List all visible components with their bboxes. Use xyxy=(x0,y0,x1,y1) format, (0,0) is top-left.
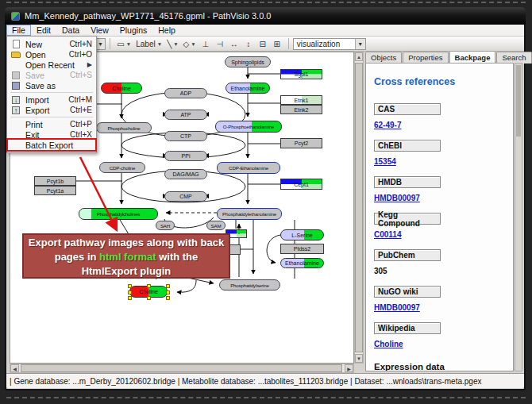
vscroll-thumb[interactable] xyxy=(355,63,363,352)
pisd-gene-node[interactable] xyxy=(229,244,241,255)
selection-handle[interactable] xyxy=(147,284,151,288)
node-adp[interactable]: ADP xyxy=(164,88,207,98)
scroll-left-icon[interactable]: ◀ xyxy=(10,364,19,372)
scroll-right-icon[interactable]: ▶ xyxy=(345,364,353,372)
node-cmp[interactable]: CMP xyxy=(164,191,207,202)
file-menu-item-save[interactable]: SaveCtrl+S xyxy=(8,70,95,80)
node-phosphatidylcholines[interactable]: Phosphatidylcholines xyxy=(79,208,158,220)
node-ppi[interactable]: PPi xyxy=(164,151,207,161)
status-bar: | Gene database: ...m_Derby_20120602.bri… xyxy=(6,373,524,388)
crossref-title: ChEBI xyxy=(374,140,441,152)
side-panel-tabs: ObjectsPropertiesBackpageSearchLegend xyxy=(365,52,532,63)
stack-horizontal-icon[interactable]: ⊞ xyxy=(270,37,284,50)
node-ptdss2[interactable]: Ptdss2 xyxy=(280,244,324,254)
selection-handle[interactable] xyxy=(166,290,170,294)
annotation-line1: Export pathway images along with back xyxy=(29,237,224,248)
align-center-icon[interactable]: ⊥ xyxy=(199,37,213,50)
file-menu-item-open[interactable]: OpenCtrl+O xyxy=(8,49,95,60)
dropdown-arrow-icon[interactable]: ▼ xyxy=(157,41,162,47)
node-pcyt2[interactable]: Pcyt2 xyxy=(280,138,322,148)
node-cdp-ethanolamine[interactable]: CDP-Ethanolamine xyxy=(217,162,280,174)
node-atp[interactable]: ATP xyxy=(164,110,207,120)
align-middle-icon[interactable]: ⊣ xyxy=(213,37,227,50)
node-cept1[interactable]: Cept1 xyxy=(280,179,322,190)
menu-edit[interactable]: Edit xyxy=(31,25,56,36)
menu-item-shortcut: Ctrl+P xyxy=(70,120,92,129)
label-tool-glyph: Label xyxy=(136,40,155,48)
menu-item-shortcut: Ctrl+X xyxy=(70,130,92,139)
stack-vertical-icon[interactable]: ⊟ xyxy=(256,37,270,50)
datanode-tool[interactable]: ▭▼ xyxy=(114,37,133,50)
menu-item-shortcut: Ctrl+S xyxy=(70,71,92,79)
file-menu-item-print[interactable]: PrintCtrl+P xyxy=(8,119,95,129)
panel-vscrollbar[interactable] xyxy=(515,63,522,371)
crossref-value[interactable]: 62-49-7 xyxy=(374,121,401,129)
crossref-value[interactable]: HMDB00097 xyxy=(374,194,420,202)
node-etnk1[interactable]: Etnk1 xyxy=(280,95,322,105)
menu-plugins[interactable]: Plugins xyxy=(114,25,152,36)
menu-data[interactable]: Data xyxy=(56,25,85,36)
line-tool[interactable]: ╲▼ xyxy=(164,37,180,50)
node-pcyt1a[interactable]: Pcyt1a xyxy=(34,186,76,195)
selection-handle[interactable] xyxy=(128,284,132,288)
tab-backpage[interactable]: Backpage xyxy=(449,51,496,63)
node-choline[interactable]: Choline xyxy=(101,83,142,94)
selection-handle[interactable] xyxy=(128,296,132,300)
scroll-up-icon[interactable]: ▲ xyxy=(355,52,363,61)
node-sgpl1[interactable]: Sgpl1 xyxy=(280,69,322,79)
node-phosphocholine[interactable]: Phosphocholine xyxy=(96,122,152,133)
shape-tool[interactable]: ◇▼ xyxy=(181,37,199,50)
node-phosphatidylethanolamine[interactable]: Phosphatidylethanolamine xyxy=(217,208,282,220)
node-sphingolipids[interactable]: Sphingolipids xyxy=(225,56,271,67)
selection-handle[interactable] xyxy=(166,296,170,300)
selection-handle[interactable] xyxy=(128,290,132,294)
node-etnk2[interactable]: Etnk2 xyxy=(280,105,322,114)
file-menu-item-batch-export[interactable]: Batch Export xyxy=(8,140,95,150)
node-l-serine[interactable]: L-Serine xyxy=(280,229,324,240)
label-tool[interactable]: Label▼ xyxy=(133,37,164,50)
selection-handle[interactable] xyxy=(166,284,170,288)
file-menu-item-open-recent[interactable]: Open Recent▶ xyxy=(8,60,95,70)
node-phosphatidylserine[interactable]: Phosphatidylserine xyxy=(219,279,280,290)
node-sam[interactable]: SAM xyxy=(206,221,226,230)
menu-file[interactable]: File xyxy=(6,25,31,36)
hscroll-thumb[interactable] xyxy=(21,364,342,372)
panel-scroll-thumb[interactable] xyxy=(516,65,521,137)
crossref-value[interactable]: C00114 xyxy=(374,230,401,239)
file-menu-item-new[interactable]: NewCtrl+N xyxy=(8,39,95,49)
canvas-hscrollbar[interactable]: ◀ ▶ xyxy=(10,364,354,373)
crossref-value[interactable]: HMDB00097 xyxy=(374,303,420,312)
node-choline[interactable]: Choline xyxy=(129,286,168,298)
distribute-vertical-icon[interactable]: ↕ xyxy=(241,37,256,50)
crossref-value[interactable]: 15354 xyxy=(374,157,396,166)
crossref-value[interactable]: Choline xyxy=(374,340,403,348)
menu-view[interactable]: View xyxy=(85,25,114,36)
dropdown-arrow-icon[interactable]: ▼ xyxy=(173,41,178,47)
canvas-vscrollbar[interactable]: ▲ ▼ xyxy=(354,52,364,364)
node-ethanolamine[interactable]: Ethanolamine xyxy=(226,83,270,94)
crossref-section-cas: CAS62-49-7 xyxy=(374,103,513,140)
tab-search[interactable]: Search xyxy=(496,52,531,63)
visualization-dropdown-icon[interactable]: ▼ xyxy=(355,39,365,49)
file-menu-item-import[interactable]: ↓ImportCtrl+M xyxy=(8,94,95,105)
node-ethanolamine[interactable]: Ethanolamine xyxy=(280,258,324,268)
distribute-horizontal-icon[interactable]: ↔ xyxy=(227,37,241,50)
node-o-phosphoethanolamine[interactable]: O-Phosphoethanolamine xyxy=(215,121,282,133)
node-dag-mag[interactable]: DAG/MAG xyxy=(164,169,207,179)
node-sah[interactable]: SAH xyxy=(156,221,175,230)
scroll-down-icon[interactable]: ▼ xyxy=(355,354,363,363)
selection-handle[interactable] xyxy=(147,296,151,300)
node-cdp-choline[interactable]: CDP-choline xyxy=(99,162,145,173)
menu-help[interactable]: Help xyxy=(152,25,181,36)
file-menu-item-export[interactable]: ↑ExportCtrl+E xyxy=(8,105,95,115)
dropdown-arrow-icon[interactable]: ▼ xyxy=(126,41,131,47)
visualization-value: visualization xyxy=(297,40,340,48)
dropdown-arrow-icon[interactable]: ▼ xyxy=(191,41,195,47)
node-ctp[interactable]: CTP xyxy=(164,131,207,141)
file-menu-item-save-as[interactable]: Save as xyxy=(8,80,95,90)
visualization-combobox[interactable]: visualization ▼ xyxy=(293,38,366,50)
tab-properties[interactable]: Properties xyxy=(403,52,448,63)
tab-objects[interactable]: Objects xyxy=(365,52,402,63)
file-menu-item-exit[interactable]: ExitCtrl+X xyxy=(8,129,95,140)
node-pcyt1b[interactable]: Pcyt1b xyxy=(34,176,76,186)
